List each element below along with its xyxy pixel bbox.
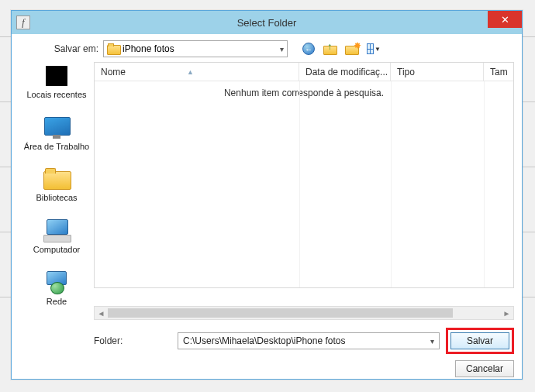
view-menu-button[interactable]: ▼ bbox=[367, 42, 381, 56]
sort-asc-icon: ▲ bbox=[187, 68, 194, 76]
save-in-row: Salvar em: iPhone fotos ▾ ← ↑ ✸ bbox=[44, 40, 514, 57]
place-label: Bibliotecas bbox=[36, 193, 77, 203]
folder-label: Folder: bbox=[94, 335, 171, 346]
libraries-icon bbox=[43, 168, 70, 190]
new-folder-button[interactable]: ✸ bbox=[345, 42, 359, 56]
view-grid-icon bbox=[367, 43, 374, 54]
folder-icon bbox=[107, 43, 119, 54]
save-in-combo[interactable]: iPhone fotos ▾ bbox=[103, 40, 288, 57]
up-one-level-button[interactable]: ↑ bbox=[323, 42, 337, 56]
column-size[interactable]: Tam bbox=[484, 63, 513, 81]
places-bar: Locais recentes Área de Trabalho Bibliot… bbox=[19, 62, 94, 306]
new-folder-icon: ✸ bbox=[345, 43, 359, 55]
file-list[interactable]: Nome ▲ Data de modificaç... Tipo Tam Nen… bbox=[94, 62, 514, 288]
place-label: Computador bbox=[33, 245, 81, 255]
save-in-value: iPhone fotos bbox=[123, 43, 174, 54]
place-libraries[interactable]: Bibliotecas bbox=[36, 167, 77, 203]
up-folder-icon: ↑ bbox=[323, 43, 337, 55]
savein-toolbar: ← ↑ ✸ ▼ bbox=[302, 42, 381, 56]
column-modified[interactable]: Data de modificaç... bbox=[299, 63, 391, 81]
close-button[interactable]: ✕ bbox=[488, 11, 522, 28]
window-title: Select Folder bbox=[12, 17, 522, 29]
chevron-down-icon[interactable]: ▾ bbox=[280, 45, 284, 53]
highlight-save-button: Salvar bbox=[446, 328, 514, 354]
app-icon: f bbox=[16, 15, 30, 29]
scroll-left-button[interactable]: ◄ bbox=[95, 307, 108, 319]
column-type[interactable]: Tipo bbox=[391, 63, 484, 81]
recent-icon bbox=[46, 66, 67, 86]
column-headers[interactable]: Nome ▲ Data de modificaç... Tipo Tam bbox=[95, 63, 513, 81]
network-icon bbox=[44, 271, 69, 294]
column-name-label: Nome bbox=[101, 67, 126, 77]
desktop-icon bbox=[44, 117, 69, 139]
computer-icon bbox=[43, 219, 70, 242]
scroll-track[interactable] bbox=[108, 307, 500, 319]
save-in-label: Salvar em: bbox=[44, 43, 98, 54]
folder-path-combo[interactable]: C:\Users\Mihaela\Desktop\iPhone fotos ▾ bbox=[178, 332, 440, 349]
save-button[interactable]: Salvar bbox=[450, 332, 509, 349]
place-label: Rede bbox=[47, 297, 67, 307]
place-recent[interactable]: Locais recentes bbox=[26, 64, 86, 100]
scroll-right-button[interactable]: ► bbox=[500, 307, 513, 319]
column-name[interactable]: Nome ▲ bbox=[95, 63, 299, 81]
place-label: Locais recentes bbox=[26, 90, 86, 100]
folder-path-value: C:\Users\Mihaela\Desktop\iPhone fotos bbox=[183, 335, 345, 346]
horizontal-scrollbar[interactable]: ◄ ► bbox=[94, 306, 514, 320]
place-network[interactable]: Rede bbox=[43, 270, 70, 307]
chevron-down-icon[interactable]: ▾ bbox=[430, 337, 434, 346]
empty-list-message: Nenhum item corresponde à pesquisa. bbox=[95, 81, 513, 98]
back-button[interactable]: ← bbox=[302, 42, 316, 56]
back-icon: ← bbox=[302, 43, 315, 55]
scroll-thumb[interactable] bbox=[108, 308, 453, 318]
chevron-down-icon: ▼ bbox=[374, 46, 381, 53]
titlebar[interactable]: f Select Folder ✕ bbox=[12, 11, 522, 34]
select-folder-dialog: f Select Folder ✕ Salvar em: iPhone foto… bbox=[11, 10, 523, 380]
place-label: Área de Trabalho bbox=[24, 142, 89, 152]
cancel-button[interactable]: Cancelar bbox=[455, 360, 514, 377]
place-computer[interactable]: Computador bbox=[33, 218, 81, 255]
place-desktop[interactable]: Área de Trabalho bbox=[24, 115, 89, 152]
